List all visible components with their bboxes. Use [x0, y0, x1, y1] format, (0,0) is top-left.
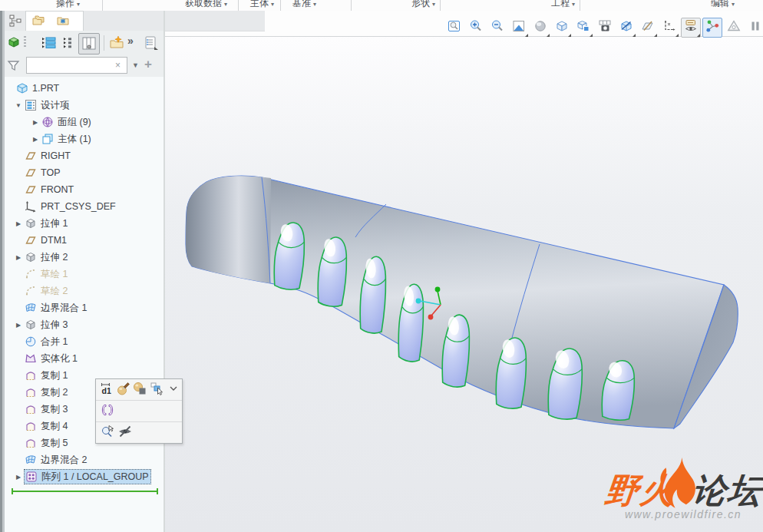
appearance-icon — [116, 381, 131, 399]
extrude-icon — [24, 318, 38, 332]
tree-item-prt-csys-def[interactable]: PRT_CSYS_DEF — [5, 198, 162, 215]
tree-item-label: 1.PRT — [32, 83, 59, 94]
zoom-out-button[interactable] — [487, 18, 507, 38]
edit-dimensions-button[interactable]: d1 — [98, 381, 115, 398]
favorites-folder-icon[interactable] — [55, 13, 71, 28]
section-icon — [619, 18, 634, 37]
separator — [104, 35, 104, 51]
capture-button[interactable] — [595, 18, 615, 38]
saved-orientations-button[interactable] — [552, 18, 572, 38]
display-style-button[interactable] — [530, 18, 550, 38]
menu-item-label: 主体 — [250, 0, 269, 8]
menu-item-label: 获取数据 — [185, 0, 222, 8]
menu-item-4[interactable]: 基准▾ — [292, 0, 316, 10]
menu-item-6[interactable]: 工程▾ — [551, 0, 575, 10]
collapse-arrow-icon[interactable]: ▶ — [13, 220, 24, 227]
collapse-list-icon[interactable] — [61, 35, 77, 50]
appearance-gallery-button[interactable] — [132, 381, 149, 398]
pause-button[interactable] — [745, 18, 763, 38]
tree-item--1[interactable]: 实体化 1 — [5, 350, 162, 367]
group-folder-icon[interactable] — [108, 35, 124, 50]
expand-list-icon[interactable] — [40, 35, 55, 50]
collapse-arrow-icon[interactable]: ▶ — [30, 136, 41, 143]
part-icon[interactable] — [6, 35, 21, 50]
filter-funnel-icon[interactable] — [6, 58, 21, 74]
warning-icon — [726, 18, 742, 37]
saved-orientations-icon — [554, 18, 570, 37]
tree-item--1[interactable]: 草绘 1 — [5, 266, 162, 283]
zoom-in-button[interactable] — [466, 18, 486, 38]
tree-item--3[interactable]: ▶拉伸 3 — [5, 316, 162, 333]
tree-item-top[interactable]: TOP — [5, 164, 162, 181]
tree-item--2[interactable]: ▶拉伸 2 — [5, 249, 162, 266]
menu-item-7[interactable]: 编辑▾ — [711, 0, 735, 10]
menu-item-label: 工程 — [551, 0, 570, 8]
tree-item-right[interactable]: RIGHT — [5, 147, 162, 164]
tree-item-label: 草绘 1 — [41, 268, 68, 281]
collapse-arrow-icon[interactable]: ▶ — [13, 322, 24, 329]
settings-doc-icon[interactable] — [143, 35, 158, 50]
tree-filter-input[interactable] — [26, 57, 127, 74]
insert-here-locator[interactable] — [12, 491, 158, 492]
chevron-down-icon: ▾ — [224, 1, 227, 8]
spin-center-button[interactable] — [702, 18, 722, 38]
edit-references-button[interactable] — [148, 381, 165, 398]
datum-display-icon — [640, 18, 656, 37]
refit-button[interactable] — [444, 18, 464, 38]
folders-icon[interactable] — [31, 13, 46, 28]
chevron-down-icon — [675, 34, 679, 37]
tree-item--1[interactable]: 合并 1 — [5, 333, 162, 350]
tree-item-label: RIGHT — [41, 150, 71, 161]
tree-item-front[interactable]: FRONT — [5, 181, 162, 198]
selected-tree-item[interactable]: 阵列 1 / LOCAL_GROUP — [24, 469, 151, 484]
filter-clear-icon[interactable]: × — [115, 59, 121, 71]
tree-item-label: 合并 1 — [41, 335, 68, 349]
axis-display-button[interactable] — [659, 18, 679, 38]
panel-splitter[interactable] — [164, 11, 165, 532]
warning-button[interactable] — [724, 18, 744, 38]
tree-item-dtm1[interactable]: DTM1 — [5, 232, 162, 249]
menu-item-2[interactable]: 获取数据▾ — [185, 0, 227, 10]
view-manager-button[interactable] — [573, 18, 593, 38]
graphics-toolbar — [444, 18, 763, 37]
filter-dropdown-icon[interactable]: ▼ — [132, 61, 139, 69]
menu-item-3[interactable]: 主体▾ — [250, 0, 274, 10]
collapse-arrow-icon[interactable]: ▶ — [30, 119, 41, 126]
chevron-down-icon: ▾ — [313, 1, 316, 8]
expand-arrow-icon[interactable]: ▼ — [13, 102, 24, 109]
tree-item--1-local-group[interactable]: ▶阵列 1 / LOCAL_GROUP — [5, 468, 162, 485]
tree-item--1[interactable]: ▶拉伸 1 — [5, 215, 162, 232]
tree-item--1-[interactable]: ▶主体 (1) — [5, 131, 162, 147]
model-tree-icon[interactable] — [8, 13, 23, 28]
extrude-icon — [24, 216, 38, 230]
chevron-down-icon: ▾ — [271, 1, 274, 8]
menu-item-5[interactable]: 形状▾ — [411, 0, 435, 10]
section-button[interactable] — [616, 18, 636, 38]
tree-item--[interactable]: ▼设计项 — [5, 97, 162, 114]
merge-icon — [24, 335, 38, 349]
annotation-display-button[interactable] — [681, 18, 701, 38]
solidify-icon — [24, 352, 38, 365]
more-button[interactable] — [165, 381, 182, 398]
menu-item-1[interactable]: 操作▾ — [56, 0, 80, 10]
collapse-arrow-icon[interactable]: ▶ — [13, 254, 24, 261]
collapse-arrow-icon[interactable]: ▶ — [13, 474, 24, 481]
repaint-button[interactable] — [509, 18, 529, 38]
tree-item--2[interactable]: 草绘 2 — [5, 283, 162, 299]
tree-item--1[interactable]: 边界混合 1 — [5, 299, 162, 316]
tree-item--2[interactable]: 边界混合 2 — [5, 451, 162, 468]
tree-item-1-prt[interactable]: 1.PRT — [5, 80, 162, 97]
mini-toolbar-row: d1 — [96, 379, 182, 401]
tree-item-label: 实体化 1 — [41, 352, 78, 365]
find-button[interactable] — [98, 424, 116, 441]
tree-item-label: 复制 5 — [41, 437, 68, 450]
datum-plane-icon — [24, 233, 38, 247]
filter-add-button[interactable]: + — [144, 57, 152, 72]
tree-item--9-[interactable]: ▶面组 (9) — [5, 114, 162, 131]
tree-columns-button[interactable] — [78, 33, 100, 55]
hide-button[interactable] — [116, 424, 134, 441]
overflow-button[interactable]: » — [127, 35, 134, 47]
appearance-button[interactable] — [115, 381, 132, 398]
mirror-button[interactable] — [98, 402, 116, 420]
datum-display-button[interactable] — [638, 18, 658, 38]
